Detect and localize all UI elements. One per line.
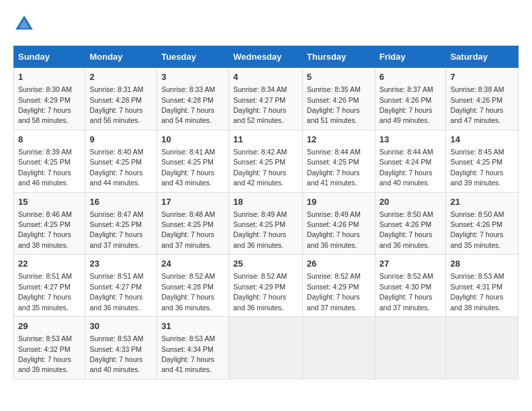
day-info: Sunrise: 8:33 AMSunset: 4:28 PMDaylight:…: [161, 85, 215, 124]
day-number: 20: [380, 196, 442, 208]
calendar-week-4: 22 Sunrise: 8:51 AMSunset: 4:27 PMDaylig…: [14, 255, 519, 317]
calendar-cell: 1 Sunrise: 8:30 AMSunset: 4:29 PMDayligh…: [14, 68, 85, 130]
weekday-header-thursday: Thursday: [302, 46, 375, 68]
calendar-cell: 7 Sunrise: 8:38 AMSunset: 4:26 PMDayligh…: [446, 68, 519, 130]
day-number: 23: [89, 258, 152, 270]
calendar-cell: 6 Sunrise: 8:37 AMSunset: 4:26 PMDayligh…: [375, 68, 446, 130]
calendar-cell: 26 Sunrise: 8:52 AMSunset: 4:29 PMDaylig…: [302, 255, 375, 317]
day-number: 8: [18, 134, 81, 146]
calendar-cell: 14 Sunrise: 8:45 AMSunset: 4:25 PMDaylig…: [446, 130, 519, 192]
weekday-header-friday: Friday: [375, 46, 446, 68]
calendar-week-5: 29 Sunrise: 8:53 AMSunset: 4:32 PMDaylig…: [14, 317, 519, 379]
day-info: Sunrise: 8:53 AMSunset: 4:34 PMDaylight:…: [161, 334, 215, 373]
day-number: 27: [380, 258, 442, 270]
day-number: 11: [233, 134, 298, 146]
day-number: 22: [18, 258, 81, 270]
day-info: Sunrise: 8:52 AMSunset: 4:29 PMDaylight:…: [307, 272, 361, 311]
day-info: Sunrise: 8:52 AMSunset: 4:30 PMDaylight:…: [380, 272, 433, 311]
day-number: 1: [18, 71, 81, 83]
day-info: Sunrise: 8:34 AMSunset: 4:27 PMDaylight:…: [233, 85, 287, 124]
day-info: Sunrise: 8:51 AMSunset: 4:27 PMDaylight:…: [18, 272, 72, 311]
day-info: Sunrise: 8:45 AMSunset: 4:25 PMDaylight:…: [450, 148, 504, 187]
calendar-cell: 21 Sunrise: 8:50 AMSunset: 4:26 PMDaylig…: [446, 192, 519, 255]
day-number: 24: [161, 258, 224, 270]
day-info: Sunrise: 8:42 AMSunset: 4:25 PMDaylight:…: [233, 148, 287, 187]
day-info: Sunrise: 8:41 AMSunset: 4:25 PMDaylight:…: [161, 148, 215, 187]
calendar-cell: 13 Sunrise: 8:44 AMSunset: 4:24 PMDaylig…: [375, 130, 446, 192]
day-number: 9: [89, 134, 152, 146]
calendar-cell: 31 Sunrise: 8:53 AMSunset: 4:34 PMDaylig…: [157, 317, 229, 379]
calendar-cell: 19 Sunrise: 8:49 AMSunset: 4:26 PMDaylig…: [302, 192, 375, 255]
day-info: Sunrise: 8:50 AMSunset: 4:26 PMDaylight:…: [380, 210, 433, 249]
day-info: Sunrise: 8:44 AMSunset: 4:25 PMDaylight:…: [307, 148, 361, 187]
calendar-cell: 8 Sunrise: 8:39 AMSunset: 4:25 PMDayligh…: [14, 130, 85, 192]
day-number: 16: [89, 196, 152, 208]
day-number: 13: [380, 134, 442, 146]
calendar-cell: [229, 317, 303, 379]
calendar-table: SundayMondayTuesdayWednesdayThursdayFrid…: [13, 46, 519, 379]
day-number: 28: [450, 258, 514, 270]
weekday-header-monday: Monday: [85, 46, 157, 68]
page-header: [13, 13, 519, 35]
calendar-cell: 5 Sunrise: 8:35 AMSunset: 4:26 PMDayligh…: [302, 68, 375, 130]
day-number: 2: [89, 71, 152, 83]
day-info: Sunrise: 8:46 AMSunset: 4:25 PMDaylight:…: [18, 210, 72, 249]
calendar-cell: 2 Sunrise: 8:31 AMSunset: 4:28 PMDayligh…: [85, 68, 157, 130]
calendar-cell: 30 Sunrise: 8:53 AMSunset: 4:33 PMDaylig…: [85, 317, 157, 379]
calendar-cell: 9 Sunrise: 8:40 AMSunset: 4:25 PMDayligh…: [85, 130, 157, 192]
calendar-header-row: SundayMondayTuesdayWednesdayThursdayFrid…: [14, 46, 519, 68]
day-info: Sunrise: 8:49 AMSunset: 4:26 PMDaylight:…: [307, 210, 361, 249]
day-number: 31: [161, 320, 224, 332]
day-number: 7: [450, 71, 514, 83]
day-number: 10: [161, 134, 224, 146]
calendar-cell: 23 Sunrise: 8:51 AMSunset: 4:27 PMDaylig…: [85, 255, 157, 317]
day-number: 3: [161, 71, 224, 83]
day-number: 21: [450, 196, 514, 208]
calendar-cell: 22 Sunrise: 8:51 AMSunset: 4:27 PMDaylig…: [14, 255, 85, 317]
logo-icon: [13, 13, 35, 35]
logo: [13, 13, 39, 35]
weekday-header-tuesday: Tuesday: [157, 46, 229, 68]
calendar-cell: 10 Sunrise: 8:41 AMSunset: 4:25 PMDaylig…: [157, 130, 229, 192]
weekday-header-saturday: Saturday: [446, 46, 519, 68]
day-info: Sunrise: 8:40 AMSunset: 4:25 PMDaylight:…: [89, 148, 143, 187]
day-info: Sunrise: 8:53 AMSunset: 4:31 PMDaylight:…: [450, 272, 504, 311]
day-info: Sunrise: 8:44 AMSunset: 4:24 PMDaylight:…: [380, 148, 433, 187]
day-info: Sunrise: 8:52 AMSunset: 4:28 PMDaylight:…: [161, 272, 215, 311]
day-number: 18: [233, 196, 298, 208]
calendar-week-3: 15 Sunrise: 8:46 AMSunset: 4:25 PMDaylig…: [14, 192, 519, 255]
day-number: 5: [307, 71, 371, 83]
day-info: Sunrise: 8:38 AMSunset: 4:26 PMDaylight:…: [450, 85, 504, 124]
day-info: Sunrise: 8:47 AMSunset: 4:25 PMDaylight:…: [89, 210, 143, 249]
calendar-cell: 29 Sunrise: 8:53 AMSunset: 4:32 PMDaylig…: [14, 317, 85, 379]
day-number: 4: [233, 71, 298, 83]
calendar-cell: 16 Sunrise: 8:47 AMSunset: 4:25 PMDaylig…: [85, 192, 157, 255]
day-info: Sunrise: 8:37 AMSunset: 4:26 PMDaylight:…: [380, 85, 433, 124]
day-info: Sunrise: 8:52 AMSunset: 4:29 PMDaylight:…: [233, 272, 287, 311]
day-info: Sunrise: 8:51 AMSunset: 4:27 PMDaylight:…: [89, 272, 143, 311]
day-info: Sunrise: 8:53 AMSunset: 4:33 PMDaylight:…: [89, 334, 143, 373]
calendar-cell: 20 Sunrise: 8:50 AMSunset: 4:26 PMDaylig…: [375, 192, 446, 255]
day-info: Sunrise: 8:48 AMSunset: 4:25 PMDaylight:…: [161, 210, 215, 249]
calendar-week-2: 8 Sunrise: 8:39 AMSunset: 4:25 PMDayligh…: [14, 130, 519, 192]
calendar-cell: 24 Sunrise: 8:52 AMSunset: 4:28 PMDaylig…: [157, 255, 229, 317]
day-info: Sunrise: 8:49 AMSunset: 4:25 PMDaylight:…: [233, 210, 287, 249]
day-number: 12: [307, 134, 371, 146]
day-number: 26: [307, 258, 371, 270]
weekday-header-sunday: Sunday: [14, 46, 85, 68]
calendar-cell: 3 Sunrise: 8:33 AMSunset: 4:28 PMDayligh…: [157, 68, 229, 130]
day-number: 6: [380, 71, 442, 83]
day-number: 17: [161, 196, 224, 208]
calendar-cell: [375, 317, 446, 379]
calendar-cell: 15 Sunrise: 8:46 AMSunset: 4:25 PMDaylig…: [14, 192, 85, 255]
calendar-cell: 28 Sunrise: 8:53 AMSunset: 4:31 PMDaylig…: [446, 255, 519, 317]
day-number: 29: [18, 320, 81, 332]
calendar-cell: 12 Sunrise: 8:44 AMSunset: 4:25 PMDaylig…: [302, 130, 375, 192]
calendar-week-1: 1 Sunrise: 8:30 AMSunset: 4:29 PMDayligh…: [14, 68, 519, 130]
day-info: Sunrise: 8:50 AMSunset: 4:26 PMDaylight:…: [450, 210, 504, 249]
day-info: Sunrise: 8:35 AMSunset: 4:26 PMDaylight:…: [307, 85, 361, 124]
day-number: 19: [307, 196, 371, 208]
day-number: 15: [18, 196, 81, 208]
calendar-cell: 17 Sunrise: 8:48 AMSunset: 4:25 PMDaylig…: [157, 192, 229, 255]
calendar-cell: 27 Sunrise: 8:52 AMSunset: 4:30 PMDaylig…: [375, 255, 446, 317]
